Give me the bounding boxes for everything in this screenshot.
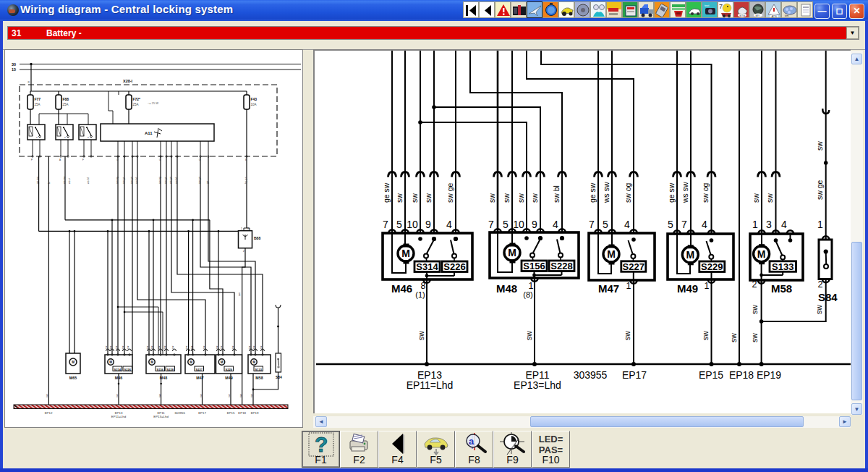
- svg-text:S226: S226: [124, 368, 132, 371]
- svg-text:sw: sw: [410, 193, 419, 203]
- svg-text:F72*: F72*: [133, 97, 141, 101]
- svg-text:B: B: [245, 159, 247, 161]
- svg-text:km: km: [785, 14, 789, 17]
- svg-text:(8): (8): [523, 290, 532, 299]
- svg-text:sw: sw: [530, 193, 539, 203]
- svg-text:S84: S84: [276, 375, 282, 379]
- svg-text:EP15: EP15: [227, 411, 235, 415]
- svg-text:M58: M58: [771, 282, 792, 295]
- svg-text:EP12: EP12: [45, 411, 53, 415]
- svg-text:o: o: [64, 136, 66, 139]
- svg-text:9: 9: [425, 219, 431, 230]
- svg-text:sw: sw: [417, 331, 425, 340]
- svg-text:ge sw: ge sw: [588, 182, 597, 203]
- svg-text:EP13=Lhd: EP13=Lhd: [514, 379, 561, 391]
- svg-text:7: 7: [681, 219, 687, 230]
- svg-text:text: text: [705, 4, 710, 7]
- svg-text:M: M: [508, 247, 516, 258]
- svg-text:1: 1: [752, 219, 758, 230]
- svg-text:(1): (1): [415, 290, 425, 299]
- svg-text:4: 4: [446, 219, 452, 230]
- svg-text:sw: sw: [158, 394, 161, 397]
- svg-text:sw: sw: [231, 345, 234, 349]
- svg-text:S229: S229: [226, 368, 233, 371]
- svg-text:F88: F88: [63, 97, 69, 101]
- svg-text:sw: sw: [190, 345, 193, 349]
- svg-text:sw: sw: [185, 345, 188, 349]
- svg-text:7: 7: [488, 219, 494, 230]
- svg-text:30: 30: [12, 62, 16, 67]
- svg-text:303955: 303955: [574, 369, 608, 381]
- svg-text:EP11=Lhd: EP11=Lhd: [111, 415, 127, 418]
- svg-text:EP15: EP15: [699, 369, 723, 381]
- svg-text:sw og: sw og: [624, 182, 632, 203]
- svg-text:10A: 10A: [251, 103, 257, 106]
- svg-text:M: M: [221, 361, 224, 364]
- svg-text:4: 4: [553, 219, 558, 230]
- svg-text:S314: S314: [416, 261, 438, 272]
- svg-text:5: 5: [603, 219, 608, 230]
- svg-text:M: M: [607, 248, 616, 260]
- svg-text:2: 2: [818, 279, 823, 290]
- svg-text:EP18: EP18: [238, 411, 246, 415]
- svg-text:303955: 303955: [174, 411, 185, 415]
- svg-text:sw: sw: [216, 345, 218, 349]
- svg-text:2: 2: [752, 279, 757, 290]
- svg-text:S227: S227: [196, 368, 203, 371]
- svg-text:2: 2: [74, 350, 75, 353]
- svg-text:S314: S314: [114, 368, 122, 371]
- svg-text:EP17: EP17: [198, 411, 206, 415]
- svg-text:M: M: [401, 248, 410, 259]
- svg-text:sw: sw: [750, 333, 759, 342]
- svg-text:sw: sw: [252, 345, 255, 349]
- svg-text:M: M: [150, 361, 153, 364]
- svg-text:sw: sw: [115, 345, 118, 349]
- svg-text:1: 1: [626, 281, 631, 291]
- svg-text:4: 4: [624, 219, 630, 230]
- svg-text:sw: sw: [395, 193, 404, 203]
- svg-text:ws v: ws v: [68, 178, 71, 184]
- svg-text:S133: S133: [772, 261, 793, 272]
- svg-text:sw bl: sw bl: [552, 185, 561, 203]
- svg-text:M65: M65: [69, 376, 77, 380]
- svg-text:sw: sw: [248, 345, 251, 349]
- svg-text:sw: sw: [750, 305, 759, 314]
- svg-text:X28-I: X28-I: [123, 79, 133, 83]
- svg-text:ge sw: ge sw: [667, 182, 676, 203]
- svg-text:sw: sw: [701, 331, 710, 340]
- svg-text:S84: S84: [818, 291, 838, 303]
- svg-text:ATS: ATS: [772, 14, 778, 18]
- svg-text:o: o: [36, 136, 38, 139]
- svg-text:EP13=Lhd: EP13=Lhd: [153, 415, 169, 418]
- svg-text:sw: sw: [228, 394, 231, 397]
- svg-text:sw ge: sw ge: [446, 182, 454, 203]
- svg-text:sw ge: sw ge: [815, 180, 824, 200]
- svg-text:sw: sw: [203, 345, 205, 349]
- svg-text:4: 4: [702, 219, 707, 230]
- svg-text:sw: sw: [109, 345, 112, 349]
- svg-text:EP13: EP13: [115, 411, 123, 415]
- svg-text:EP11=Lhd: EP11=Lhd: [407, 379, 454, 391]
- svg-text:M: M: [72, 361, 75, 364]
- svg-text:EP17: EP17: [622, 369, 647, 381]
- svg-text:sw: sw: [220, 345, 223, 349]
- svg-text:3: 3: [247, 227, 249, 230]
- svg-text:1: 1: [529, 281, 534, 291]
- svg-text:4: 4: [781, 219, 787, 230]
- svg-text:10: 10: [513, 219, 524, 230]
- svg-text:M49: M49: [677, 282, 698, 295]
- svg-text:M: M: [686, 249, 694, 261]
- svg-text:M58: M58: [255, 376, 263, 380]
- svg-text:25A: 25A: [133, 103, 139, 106]
- svg-text:bg ge: bg ge: [244, 177, 247, 184]
- svg-text:M46: M46: [391, 282, 412, 295]
- svg-text:a: a: [469, 436, 475, 447]
- svg-text:M48: M48: [496, 282, 517, 295]
- svg-text:5: 5: [668, 219, 673, 230]
- svg-text:M: M: [190, 361, 192, 364]
- svg-text:R: R: [28, 81, 30, 84]
- svg-text:25A: 25A: [63, 103, 69, 106]
- svg-text:o: o: [88, 136, 89, 139]
- svg-text:B88: B88: [254, 236, 260, 240]
- svg-text:M49: M49: [225, 376, 232, 380]
